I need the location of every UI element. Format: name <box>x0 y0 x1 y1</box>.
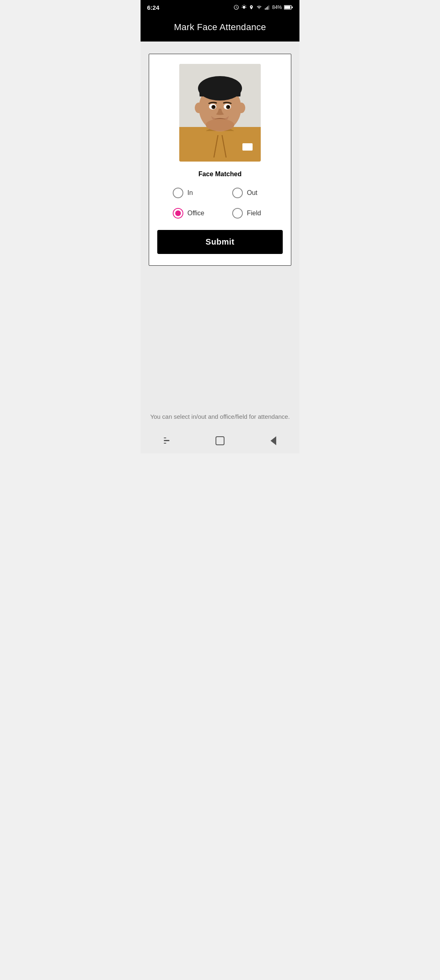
battery-icon <box>284 5 293 10</box>
svg-rect-5 <box>284 6 290 9</box>
main-content: Face Matched In Out Office <box>141 42 299 278</box>
radio-row-officefield: Office Field <box>157 208 283 219</box>
radio-label-out: Out <box>247 189 267 197</box>
alarm-icon <box>233 4 239 10</box>
svg-rect-2 <box>267 7 268 10</box>
status-bar: 6:24 84% <box>141 0 299 15</box>
svg-point-23 <box>206 119 234 131</box>
face-image-container <box>179 64 261 162</box>
radio-option-office[interactable]: Office <box>173 208 208 219</box>
recent-apps-button[interactable] <box>164 438 169 444</box>
hint-section: You can select in/out and office/field f… <box>141 400 299 430</box>
svg-point-21 <box>213 106 215 107</box>
radio-label-field: Field <box>247 210 267 217</box>
signal-icon <box>264 4 270 10</box>
svg-rect-1 <box>266 7 267 10</box>
radio-label-office: Office <box>187 210 208 217</box>
face-matched-label: Face Matched <box>198 171 242 178</box>
radio-circle-office <box>173 208 183 219</box>
back-icon <box>271 436 276 445</box>
radio-circle-in <box>173 188 183 198</box>
face-image <box>179 64 261 162</box>
alarm2-icon <box>241 4 247 10</box>
back-button[interactable] <box>271 436 276 445</box>
hint-text: You can select in/out and office/field f… <box>149 412 291 422</box>
top-bar: Mark Face Attendance <box>141 15 299 42</box>
page-title: Mark Face Attendance <box>147 22 293 33</box>
home-button[interactable] <box>216 436 224 445</box>
radio-row-inout: In Out <box>157 188 283 198</box>
radio-group: In Out Office Field <box>157 188 283 219</box>
attendance-card: Face Matched In Out Office <box>149 54 291 266</box>
svg-point-16 <box>237 103 245 113</box>
svg-rect-3 <box>268 5 269 9</box>
home-icon <box>216 436 224 445</box>
svg-point-22 <box>228 106 229 107</box>
status-icons: 84% <box>233 4 293 10</box>
svg-rect-0 <box>265 8 266 10</box>
svg-rect-6 <box>292 7 293 8</box>
battery-text: 84% <box>272 4 282 10</box>
radio-option-out[interactable]: Out <box>232 188 267 198</box>
svg-rect-24 <box>242 143 253 151</box>
radio-option-in[interactable]: In <box>173 188 208 198</box>
status-time: 6:24 <box>147 4 159 11</box>
radio-circle-out <box>232 188 243 198</box>
radio-circle-field <box>232 208 243 219</box>
lower-content <box>141 278 299 400</box>
recent-apps-icon <box>164 438 169 444</box>
radio-option-field[interactable]: Field <box>232 208 267 219</box>
svg-point-15 <box>195 103 203 113</box>
wifi-icon <box>256 5 262 10</box>
location-icon <box>249 4 254 10</box>
nav-bar <box>141 430 299 453</box>
radio-label-in: In <box>187 189 208 197</box>
submit-button[interactable]: Submit <box>157 230 283 254</box>
